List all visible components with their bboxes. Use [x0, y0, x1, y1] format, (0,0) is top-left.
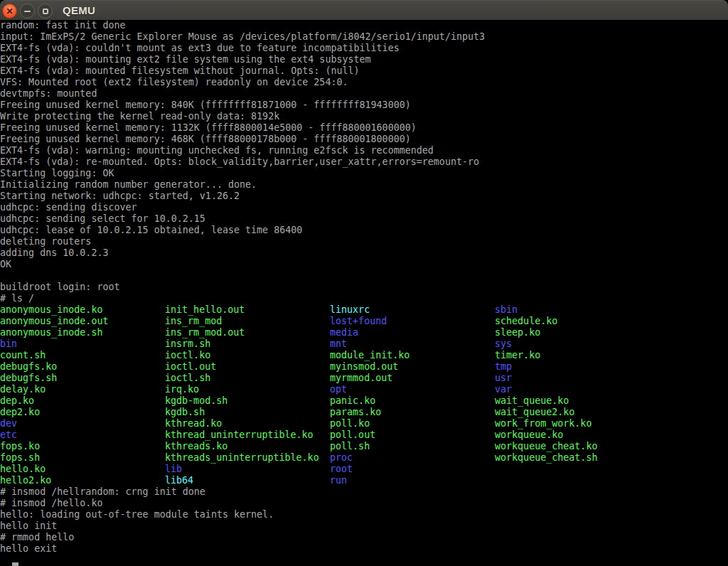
console-line: EXT4-fs (vda): warning: mounting uncheck… — [0, 145, 728, 156]
file-entry-dir: proc — [330, 452, 495, 464]
console-line: VFS: Mounted root (ext2 filesystem) read… — [0, 77, 728, 88]
file-entry-exec: ioctl.sh — [165, 373, 330, 384]
file-entry-dir: var — [495, 384, 512, 395]
file-entry-exec: ioctl.out — [165, 361, 330, 373]
file-entry-dir: opt — [330, 384, 495, 395]
file-entry-exec: kthread.ko — [165, 418, 330, 429]
ls-row: anonymous_inode.outins_rm_modlost+founds… — [0, 316, 728, 327]
console-line: EXT4-fs (vda): re-mounted. Opts: block_v… — [0, 156, 728, 168]
console-line: # ls / — [0, 293, 728, 304]
file-entry-exec: hello.ko — [0, 464, 165, 475]
file-entry-exec: wait_queue2.ko — [495, 407, 574, 418]
maximize-icon — [43, 9, 48, 14]
ls-row: debugfs.koioctl.outmyinsmod.outtmp — [0, 361, 728, 373]
terminal-screen[interactable]: random: fast init doneinput: ImExPS/2 Ge… — [0, 20, 728, 566]
file-entry-exec: poll.out — [330, 429, 495, 441]
ls-row: bininsrm.shmntsys — [0, 338, 728, 350]
file-entry-exec: debugfs.sh — [0, 373, 165, 384]
file-entry-dir: media — [330, 327, 495, 338]
console-line: # insmod /hellrandom: crng init done — [0, 486, 728, 498]
console-line: Starting network: udhcpc: started, v1.26… — [0, 191, 728, 202]
file-entry-dir: root — [330, 464, 353, 475]
file-entry-exec: wait_queue.ko — [495, 395, 569, 407]
file-entry-exec: ins_rm_mod.out — [165, 327, 330, 338]
maximize-button[interactable] — [38, 4, 53, 18]
ls-row: debugfs.shioctl.shmyrmmod.outusr — [0, 373, 728, 384]
console-line: Freeing unused kernel memory: 840K (ffff… — [0, 100, 728, 111]
file-entry-exec: kgdb-mod.sh — [165, 395, 330, 407]
console-line: random: fast init done — [0, 20, 728, 31]
minimize-button[interactable] — [20, 4, 35, 18]
console-line: buildroot login: root — [0, 282, 728, 293]
file-entry-exec: panic.ko — [330, 395, 495, 407]
console-line — [0, 270, 728, 282]
file-entry-exec: ioctl.ko — [165, 350, 330, 361]
file-entry-dir: bin — [0, 338, 165, 350]
console-line: OK — [0, 259, 728, 270]
console-line: deleting routers — [0, 236, 728, 247]
file-entry-exec: kthreads.ko — [165, 441, 330, 452]
window-title: QEMU — [63, 1, 95, 21]
console-line: Initializing random number generator... … — [0, 179, 728, 191]
ls-row: anonymous_inode.shins_rm_mod.outmediasle… — [0, 327, 728, 338]
file-entry-exec: anonymous_inode.ko — [0, 304, 165, 316]
file-entry-exec: params.ko — [330, 407, 495, 418]
console-boot-output: random: fast init doneinput: ImExPS/2 Ge… — [0, 20, 728, 304]
console-line: adding dns 10.0.2.3 — [0, 247, 728, 259]
text-cursor — [12, 562, 18, 566]
ls-row: hello.kolibroot — [0, 464, 728, 475]
console-line: EXT4-fs (vda): mounted filesystem withou… — [0, 65, 728, 77]
qemu-window: ✕ QEMU random: fast init doneinput: ImEx… — [0, 0, 728, 566]
ls-row: etckthread_uninterruptible.kopoll.outwor… — [0, 429, 728, 441]
file-entry-exec: dep2.ko — [0, 407, 165, 418]
console-line: # rmmod hello — [0, 532, 728, 543]
file-entry-exec: insrm.sh — [165, 338, 330, 350]
minimize-icon — [24, 11, 31, 12]
console-line: udhcpc: sending discover — [0, 202, 728, 213]
close-icon: ✕ — [6, 6, 13, 15]
file-entry-exec: init_hello.out — [165, 304, 330, 316]
file-entry-exec: kgdb.sh — [165, 407, 330, 418]
file-entry-exec: workqueue_cheat.sh — [495, 452, 597, 464]
file-entry-exec: poll.ko — [330, 418, 495, 429]
ls-row: devkthread.kopoll.kowork_from_work.ko — [0, 418, 728, 429]
file-entry-exec: irq.ko — [165, 384, 330, 395]
file-entry-exec: myrmmod.out — [330, 373, 495, 384]
ls-row: count.shioctl.komodule_init.kotimer.ko — [0, 350, 728, 361]
file-entry-dir: usr — [495, 373, 512, 384]
file-entry-exec: kthread_uninterruptible.ko — [165, 429, 330, 441]
file-entry-exec: debugfs.ko — [0, 361, 165, 373]
ls-row: dep2.kokgdb.shparams.kowait_queue2.ko — [0, 407, 728, 418]
titlebar[interactable]: ✕ QEMU — [0, 0, 728, 20]
file-entry-dir: lib — [165, 464, 330, 475]
file-entry-exec: fops.ko — [0, 441, 165, 452]
console-line: input: ImExPS/2 Generic Explorer Mouse a… — [0, 31, 728, 43]
console-module-output: # insmod /hellrandom: crng init done# in… — [0, 486, 728, 555]
file-entry-exec: dep.ko — [0, 395, 165, 407]
file-entry-link: linuxrc — [330, 304, 495, 316]
ls-row: anonymous_inode.koinit_hello.outlinuxrcs… — [0, 304, 728, 316]
file-entry-exec: anonymous_inode.out — [0, 316, 165, 327]
file-entry-dir: run — [330, 475, 347, 486]
file-entry-exec: ins_rm_mod — [165, 316, 330, 327]
console-line: Freeing unused kernel memory: 1132K (fff… — [0, 122, 728, 134]
file-entry-exec: module_init.ko — [330, 350, 495, 361]
file-entry-exec: schedule.ko — [495, 316, 557, 327]
file-entry-dir: sbin — [495, 304, 518, 316]
prompt-line[interactable]: # — [0, 555, 728, 566]
console-line: devtmpfs: mounted — [0, 88, 728, 100]
file-entry-dir: lost+found — [330, 316, 495, 327]
ls-output: anonymous_inode.koinit_hello.outlinuxrcs… — [0, 304, 728, 486]
console-line: udhcpc: lease of 10.0.2.15 obtained, lea… — [0, 225, 728, 236]
console-line: udhcpc: sending select for 10.0.2.15 — [0, 213, 728, 225]
console-line: Freeing unused kernel memory: 468K (ffff… — [0, 134, 728, 145]
file-entry-exec: timer.ko — [495, 350, 540, 361]
ls-row: dep.kokgdb-mod.shpanic.kowait_queue.ko — [0, 395, 728, 407]
file-entry-exec: hello2.ko — [0, 475, 165, 486]
close-button[interactable]: ✕ — [2, 4, 17, 18]
file-entry-exec: workqueue.ko — [495, 429, 563, 441]
file-entry-exec: sleep.ko — [495, 327, 540, 338]
file-entry-dir: tmp — [495, 361, 512, 373]
file-entry-dir: dev — [0, 418, 165, 429]
file-entry-dir: etc — [0, 429, 165, 441]
